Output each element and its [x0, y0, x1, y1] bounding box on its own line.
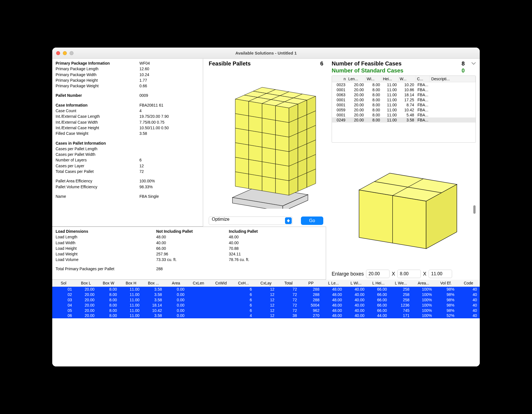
cases-row[interactable]: 000120.008.0011.005.48FBA... [332, 112, 476, 117]
cases-row[interactable]: 002320.008.0011.0010.20FBA... [332, 82, 476, 88]
sol-row[interactable]: 0620.008.0011.003.580.004123827048.0040.… [52, 313, 480, 318]
area-eff-label: Pallet Area Efficiency [56, 178, 139, 184]
sol-col[interactable]: PP [300, 280, 322, 287]
sol-col[interactable]: L Wi... [345, 280, 367, 287]
tpp-label: Total Primary Packages per Pallet [56, 266, 156, 272]
sol-row[interactable]: 0120.008.0011.003.580.006127228848.0040.… [52, 287, 480, 292]
sol-col[interactable]: Area... [412, 280, 435, 287]
name-label: Name [56, 194, 139, 199]
sol-col[interactable]: Box W [97, 280, 120, 287]
cases-row[interactable]: 000120.008.0011.008.74FBA... [332, 102, 476, 107]
svg-marker-143 [262, 133, 276, 149]
case-len-value: 19.75/20.00 7.90 [139, 114, 169, 119]
load-vol-a: 73.33 cu. ft. [156, 257, 229, 262]
go-button[interactable]: Go [301, 217, 323, 225]
case-header-value: FBA20811 61 [139, 102, 163, 108]
sol-col[interactable]: Box H [120, 280, 142, 287]
vol-eff-label: Pallet Volume Efficiency [56, 184, 139, 190]
feasible-pallets-label: Feasible Pallets [209, 60, 251, 67]
load-wt-a: 257.96 [156, 251, 229, 257]
enlarge-z-input[interactable] [429, 270, 452, 278]
col-hei[interactable]: Hei... [382, 76, 398, 82]
total-cases-label: Total Cases per Pallet [56, 169, 139, 174]
cases-table[interactable]: n Len... Wi... Hei... W... C... Descript… [332, 76, 476, 143]
sol-row[interactable]: 0520.008.0011.0010.420.006127296248.0040… [52, 308, 480, 313]
feasible-pallets-count: 6 [320, 60, 323, 67]
load-wt-label: Load Weight [56, 251, 156, 257]
col-len[interactable]: Len... [347, 76, 365, 82]
total-cases-value: 72 [139, 169, 144, 174]
enlarge-y-input[interactable] [397, 270, 421, 278]
sol-col[interactable]: Box ... [142, 280, 165, 287]
svg-marker-38 [276, 178, 289, 195]
feasible-cases-label: Number of Feasible Cases [332, 60, 402, 67]
sol-col[interactable]: Total [277, 280, 300, 287]
sol-col[interactable]: L Le... [322, 280, 345, 287]
col-n[interactable]: n [332, 76, 347, 82]
sol-col[interactable]: L We... [390, 280, 412, 287]
cip-header: Cases in Pallet Information [56, 140, 139, 146]
inc-label: Including Pallet [229, 229, 322, 234]
optimize-select[interactable]: Optimize [209, 217, 293, 225]
load-dim-label: Load Dimensions [56, 229, 156, 234]
enlarge-x-input[interactable] [366, 270, 390, 278]
svg-marker-146 [276, 135, 289, 152]
case-count-label: Case Count [56, 108, 139, 114]
not-inc-label: Not Including Pallet [156, 229, 229, 234]
cases-row[interactable]: 024920.008.0011.003.58FBA... [332, 117, 476, 123]
load-len-label: Load Length [56, 234, 156, 240]
sol-col[interactable]: Box L [75, 280, 98, 287]
sol-col[interactable]: CxLay [255, 280, 277, 287]
svg-marker-74 [276, 164, 289, 181]
col-wi[interactable]: Wi... [365, 76, 382, 82]
load-vol-b: 78.76 cu. ft. [229, 257, 322, 262]
case-count-value: 4 [139, 108, 142, 114]
app-window: Available Solutions - Untitled 1 Primary… [52, 48, 480, 366]
pp-length-label: Primary Package Length [56, 66, 139, 72]
scrollbar-thumb[interactable] [473, 205, 476, 214]
pp-width-value: 10.24 [139, 72, 149, 77]
col-w[interactable]: W... [398, 76, 416, 82]
sol-row[interactable]: 0320.008.0011.003.580.006127228848.0040.… [52, 297, 480, 303]
svg-marker-104 [249, 145, 262, 162]
cases-row[interactable]: 005920.008.0011.0010.42FBA... [332, 107, 476, 112]
cases-row[interactable]: 000120.008.0011.0010.86FBA... [332, 87, 476, 92]
cases-row[interactable]: 000120.008.0011.0017.25FBA... [332, 97, 476, 102]
load-panel: Load Dimensions Not Including Pallet Inc… [52, 227, 326, 280]
case-len-label: Int./External Case Length [56, 114, 139, 119]
sol-col[interactable]: CxH... [232, 280, 255, 287]
sol-col[interactable]: Area [165, 280, 187, 287]
svg-marker-35 [262, 176, 276, 193]
sol-col[interactable]: Code [457, 280, 480, 287]
solutions-panel[interactable]: SolBox LBox WBox HBox ...AreaCxLenCxWidC… [52, 280, 480, 366]
svg-marker-110 [276, 149, 289, 166]
sol-col[interactable]: Vol Ef. [435, 280, 457, 287]
load-wid-b: 40.00 [229, 240, 322, 246]
cases-row[interactable]: 006320.008.0011.0018.14FBA... [332, 92, 476, 97]
sol-row[interactable]: 0220.008.0011.003.580.006127228848.0040.… [52, 292, 480, 297]
svg-marker-68 [249, 159, 262, 176]
standard-cases-label: Number of Standard Cases [332, 67, 403, 74]
sol-col[interactable]: CxLen [187, 280, 210, 287]
pp-height-label: Primary Package Height [56, 77, 139, 83]
cplay-value: 12 [139, 163, 144, 169]
pp-length-value: 12.60 [139, 66, 149, 72]
case-wid-label: Int./External Case Width [56, 119, 139, 125]
chevron-down-icon[interactable] [471, 62, 476, 66]
cpw-label: Cases per Pallet Width [56, 152, 139, 157]
layers-label: Number of Layers [56, 157, 139, 163]
sol-row[interactable]: 0420.008.0011.0018.140.0061272500448.004… [52, 303, 480, 308]
svg-marker-218 [276, 106, 289, 123]
x-sep-2: X [423, 271, 426, 277]
svg-marker-29 [235, 172, 249, 189]
load-vol-label: Load Volume [56, 257, 156, 262]
sol-col[interactable]: Sol [52, 280, 75, 287]
col-c[interactable]: C... [416, 76, 430, 82]
svg-marker-176 [249, 116, 262, 133]
sol-col[interactable]: CxWid [210, 280, 232, 287]
svg-marker-140 [249, 130, 262, 147]
col-desc[interactable]: Descripti... [430, 76, 476, 82]
svg-marker-215 [262, 103, 276, 120]
load-hei-a: 66.00 [156, 246, 229, 251]
sol-col[interactable]: L Hei... [367, 280, 390, 287]
